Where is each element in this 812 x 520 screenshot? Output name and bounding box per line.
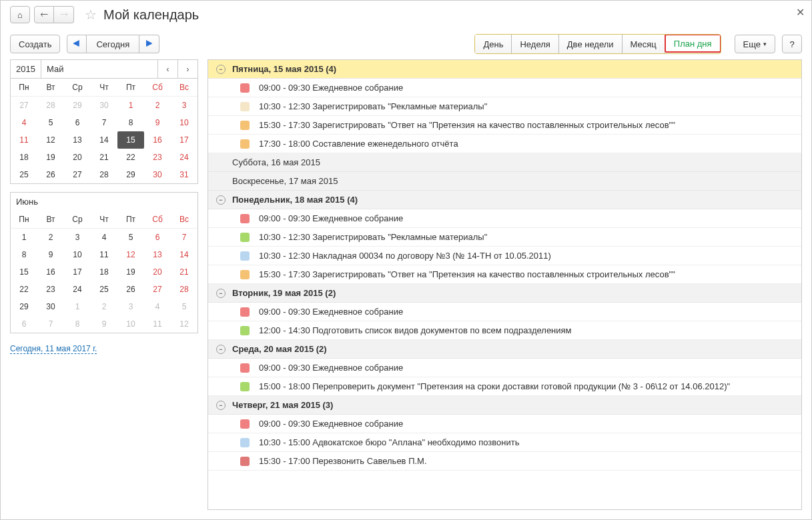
calendar-day[interactable]: 9 [37,246,64,263]
minical-prev[interactable]: ‹ [157,60,177,78]
event-row[interactable]: 09:00 - 09:30 Ежедневное собрание [208,303,801,321]
calendar-day[interactable]: 29 [117,166,144,183]
event-row[interactable]: 15:00 - 18:00 Перепроверить документ "Пр… [208,377,801,396]
calendar-day[interactable]: 12 [171,315,197,333]
event-row[interactable]: 09:00 - 09:30 Ежедневное собрание [208,79,801,97]
calendar-day[interactable]: 1 [64,298,91,315]
calendar-day[interactable]: 8 [117,114,144,131]
view-day-plan[interactable]: План дня [665,34,721,53]
calendar-day[interactable]: 18 [11,149,37,166]
event-row[interactable]: 09:00 - 09:30 Ежедневное собрание [208,359,801,377]
day-header[interactable]: −Вторник, 19 мая 2015 (2) [208,284,801,303]
back-button[interactable]: 🡐 [34,6,54,23]
calendar-day[interactable]: 27 [11,97,37,115]
star-icon[interactable]: ☆ [85,7,97,23]
calendar-day[interactable]: 20 [64,149,91,166]
forward-button[interactable]: 🡒 [54,6,74,23]
today-link[interactable]: Сегодня, 11 мая 2017 г. [10,344,97,354]
event-row[interactable]: 10:30 - 12:30 Зарегистрировать "Рекламны… [208,97,801,116]
calendar-day[interactable]: 6 [64,114,91,131]
calendar-day[interactable]: 17 [64,263,91,281]
calendar-day[interactable]: 22 [117,149,144,166]
help-button[interactable]: ? [782,35,802,53]
calendar-day[interactable]: 30 [91,97,117,115]
calendar-day[interactable]: 10 [171,114,197,131]
view-two-weeks[interactable]: Две недели [559,35,623,53]
calendar-day[interactable]: 3 [171,97,197,115]
calendar-day[interactable]: 6 [144,229,171,247]
calendar-day[interactable]: 12 [117,246,144,263]
calendar-day[interactable]: 14 [171,246,197,263]
calendar-day[interactable]: 1 [117,97,144,115]
event-row[interactable]: 10:30 - 12:30 Зарегистрировать "Рекламны… [208,228,801,247]
create-button[interactable]: Создать [10,35,60,53]
calendar-day[interactable]: 5 [117,229,144,247]
view-month[interactable]: Месяц [623,35,665,53]
view-day[interactable]: День [475,35,512,53]
calendar-day[interactable]: 25 [11,166,37,183]
calendar-day[interactable]: 23 [37,281,64,298]
calendar-day[interactable]: 24 [171,149,197,166]
event-row[interactable]: 10:30 - 15:00 Адвокатское бюро "Аплана" … [208,433,801,452]
more-button[interactable]: Еще [735,35,775,53]
calendar-day[interactable]: 14 [91,131,117,149]
event-row[interactable]: 12:00 - 14:30 Подготовить список видов д… [208,321,801,340]
calendar-day[interactable]: 10 [64,246,91,263]
calendar-day[interactable]: 2 [144,97,171,115]
calendar-day[interactable]: 7 [37,315,64,333]
calendar-day[interactable]: 31 [171,166,197,183]
calendar-day[interactable]: 16 [37,263,64,281]
calendar-day[interactable]: 3 [117,298,144,315]
event-row[interactable]: 09:00 - 09:30 Ежедневное собрание [208,209,801,228]
calendar-day[interactable]: 18 [91,263,117,281]
event-row[interactable]: 09:00 - 09:30 Ежедневное собрание [208,415,801,433]
event-row[interactable]: 15:30 - 17:30 Зарегистрировать "Ответ на… [208,265,801,284]
calendar-day[interactable]: 13 [64,131,91,149]
calendar-day[interactable]: 20 [144,263,171,281]
calendar-day[interactable]: 19 [117,263,144,281]
calendar-day[interactable]: 24 [64,281,91,298]
calendar-day[interactable]: 3 [64,229,91,247]
event-row[interactable]: 10:30 - 12:30 Накладная 00034 по договор… [208,247,801,265]
event-row[interactable]: 15:30 - 17:00 Перезвонить Савельев П.М. [208,452,801,471]
calendar-day[interactable]: 10 [117,315,144,333]
calendar-day[interactable]: 5 [171,298,197,315]
calendar-day[interactable]: 4 [91,229,117,247]
calendar-day[interactable]: 22 [11,281,37,298]
calendar-day[interactable]: 26 [37,166,64,183]
calendar-day[interactable]: 9 [144,114,171,131]
day-header[interactable]: −Среда, 20 мая 2015 (2) [208,340,801,359]
calendar-day[interactable]: 17 [171,131,197,149]
calendar-day[interactable]: 11 [91,246,117,263]
calendar-day[interactable]: 2 [37,229,64,247]
today-button[interactable]: Сегодня [87,35,139,53]
calendar-day[interactable]: 8 [11,246,37,263]
home-button[interactable]: ⌂ [10,6,30,23]
calendar-day[interactable]: 11 [144,315,171,333]
calendar-day[interactable]: 5 [37,114,64,131]
calendar-day[interactable]: 28 [37,97,64,115]
day-header[interactable]: Воскресенье, 17 мая 2015 [208,172,801,191]
calendar-day[interactable]: 26 [117,281,144,298]
calendar-day[interactable]: 1 [11,229,37,247]
calendar-day[interactable]: 9 [91,315,117,333]
calendar-day[interactable]: 8 [64,315,91,333]
next-button[interactable]: ⯈ [139,35,159,53]
calendar-day[interactable]: 15 [11,263,37,281]
event-row[interactable]: 17:30 - 18:00 Составление еженедельного … [208,135,801,153]
calendar-day[interactable]: 15 [117,131,144,149]
calendar-day[interactable]: 19 [37,149,64,166]
calendar-day[interactable]: 4 [144,298,171,315]
minical-next[interactable]: › [177,60,197,78]
calendar-day[interactable]: 23 [144,149,171,166]
calendar-day[interactable]: 2 [91,298,117,315]
calendar-day[interactable]: 30 [144,166,171,183]
calendar-day[interactable]: 28 [171,281,197,298]
prev-button[interactable]: ⯇ [67,35,87,53]
calendar-day[interactable]: 21 [171,263,197,281]
calendar-day[interactable]: 7 [91,114,117,131]
calendar-day[interactable]: 28 [91,166,117,183]
calendar-day[interactable]: 25 [91,281,117,298]
calendar-day[interactable]: 7 [171,229,197,247]
calendar-day[interactable]: 6 [11,315,37,333]
